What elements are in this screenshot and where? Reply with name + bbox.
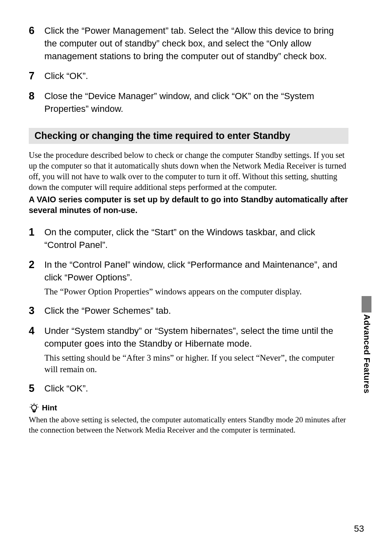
step-number: 3 bbox=[29, 305, 44, 317]
step-item: 1 On the computer, click the “Start” on … bbox=[29, 226, 348, 252]
steps-lower-list: 1 On the computer, click the “Start” on … bbox=[29, 226, 348, 395]
step-number: 1 bbox=[29, 226, 44, 238]
step-item: 8 Close the “Device Manager” window, and… bbox=[29, 90, 348, 116]
step-number: 6 bbox=[29, 25, 44, 37]
step-text: In the “Control Panel” window, click “Pe… bbox=[44, 259, 348, 284]
lightbulb-icon bbox=[29, 403, 39, 413]
step-item: 7 Click “OK”. bbox=[29, 70, 348, 83]
step-number: 4 bbox=[29, 325, 44, 337]
step-text: Click the “Power Management” tab. Select… bbox=[44, 25, 348, 63]
hint-header: Hint bbox=[29, 403, 348, 413]
section-intro: Use the procedure described below to che… bbox=[29, 150, 348, 192]
step-item: 5 Click “OK”. bbox=[29, 382, 348, 395]
step-text: Under “System standby” or “System hibern… bbox=[44, 325, 348, 350]
steps-upper-list: 6 Click the “Power Management” tab. Sele… bbox=[29, 25, 348, 116]
step-item: 6 Click the “Power Management” tab. Sele… bbox=[29, 25, 348, 63]
step-item: 2 In the “Control Panel” window, click “… bbox=[29, 259, 348, 297]
step-number: 5 bbox=[29, 382, 44, 394]
page-number: 53 bbox=[354, 523, 364, 534]
step-text: Click the “Power Schemes” tab. bbox=[44, 305, 348, 317]
step-number: 7 bbox=[29, 70, 44, 82]
step-number: 2 bbox=[29, 259, 44, 271]
side-tab-label: Advanced Features bbox=[362, 314, 371, 394]
step-text: Click “OK”. bbox=[44, 382, 348, 395]
step-text: Click “OK”. bbox=[44, 70, 348, 83]
step-text: Close the “Device Manager” window, and c… bbox=[44, 90, 348, 116]
step-item: 3 Click the “Power Schemes” tab. bbox=[29, 305, 348, 317]
svg-line-1 bbox=[31, 404, 32, 405]
side-tab-marker bbox=[362, 296, 371, 313]
hint-label: Hint bbox=[42, 403, 57, 412]
step-number: 8 bbox=[29, 90, 44, 102]
section-heading-container: Checking or changing the time required t… bbox=[29, 128, 348, 144]
hint-text: When the above setting is selected, the … bbox=[29, 415, 348, 435]
step-text: On the computer, click the “Start” on th… bbox=[44, 226, 348, 252]
section-intro-bold: A VAIO series computer is set up by defa… bbox=[29, 194, 348, 215]
step-subtext: The “Power Option Properties” windows ap… bbox=[44, 286, 348, 297]
side-tab: Advanced Features bbox=[362, 296, 371, 394]
svg-point-5 bbox=[32, 405, 37, 410]
step-subtext: This setting should be “After 3 mins” or… bbox=[44, 352, 348, 375]
svg-line-2 bbox=[37, 404, 37, 405]
step-item: 4 Under “System standby” or “System hibe… bbox=[29, 325, 348, 375]
section-heading: Checking or changing the time required t… bbox=[35, 130, 343, 141]
